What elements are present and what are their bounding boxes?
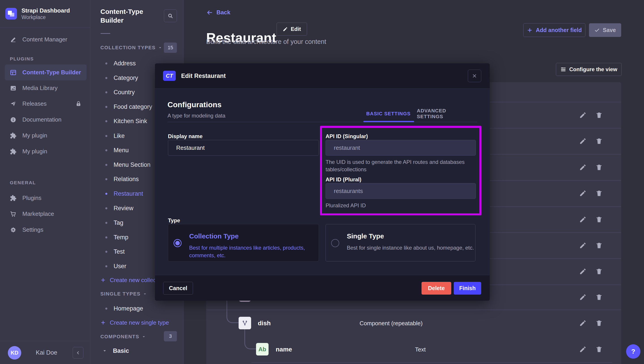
option-description: Best for multiple instances like article… (189, 244, 319, 259)
app-screen: Strapi Dashboard Workplace Content Manag… (0, 0, 644, 364)
delete-button[interactable]: Delete (422, 282, 451, 295)
option-description: Best for single instance like about us, … (347, 244, 476, 252)
content-type-badge: CT (163, 71, 176, 81)
close-icon (472, 73, 477, 79)
active-tab-underline (363, 121, 414, 122)
edit-restaurant-modal: CT Edit Restaurant Configurations A type… (155, 63, 490, 301)
modal-subheading: A type for modeling data (168, 113, 226, 119)
cancel-button[interactable]: Cancel (163, 282, 193, 295)
radio-selected-icon[interactable] (174, 239, 182, 247)
option-title: Single Type (347, 232, 384, 240)
api-id-singular-help: The UID is used to generate the API rout… (326, 158, 472, 173)
close-button[interactable] (468, 70, 481, 82)
tab-basic-settings[interactable]: BASIC SETTINGS (360, 106, 417, 122)
modal-header: CT Edit Restaurant (155, 63, 490, 89)
radio-unselected-icon[interactable] (331, 239, 339, 247)
modal-footer: Cancel Delete Finish (155, 275, 490, 301)
single-type-option[interactable]: Single Type Best for single instance lik… (326, 224, 476, 261)
display-name-label: Display name (168, 133, 202, 139)
api-id-plural-help: Pluralized API ID (326, 202, 366, 209)
api-id-plural-input[interactable] (326, 183, 476, 199)
tabs-divider (168, 122, 477, 122)
finish-button[interactable]: Finish (454, 282, 481, 295)
collection-type-option[interactable]: Collection Type Best for multiple instan… (168, 224, 319, 261)
modal-heading: Configurations (168, 100, 222, 109)
modal-title: Edit Restaurant (181, 63, 226, 89)
option-title: Collection Type (189, 232, 238, 240)
api-id-plural-label: API ID (Plural) (326, 176, 361, 183)
api-id-singular-input[interactable] (326, 140, 476, 155)
tab-advanced-settings[interactable]: ADVANCED SETTINGS (417, 106, 474, 122)
type-label: Type (168, 217, 180, 224)
display-name-input[interactable] (168, 140, 319, 155)
api-id-singular-label: API ID (Singular) (326, 133, 368, 139)
